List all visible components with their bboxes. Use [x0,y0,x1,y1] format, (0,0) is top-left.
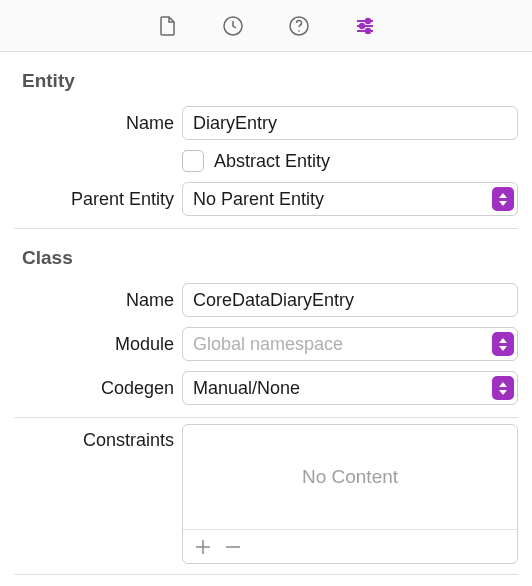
constraints-box: No Content [182,424,518,564]
codegen-label: Codegen [14,378,174,399]
inspector-panel: Entity Name Abstract Entity Parent Entit… [0,52,532,575]
svg-point-2 [298,30,300,32]
abstract-entity-label: Abstract Entity [214,151,330,172]
svg-point-7 [360,23,364,27]
chevron-up-down-icon [492,376,514,400]
parent-entity-label: Parent Entity [14,189,174,210]
parent-entity-select[interactable]: No Parent Entity [182,182,518,216]
add-constraint-button[interactable] [191,535,215,559]
entity-section-title: Entity [14,52,518,106]
inspector-toolbar [0,0,532,52]
class-section-title: Class [14,229,518,283]
divider [14,574,518,575]
remove-constraint-button[interactable] [221,535,245,559]
entity-name-label: Name [14,113,174,134]
constraints-empty-text: No Content [183,425,517,529]
module-select[interactable]: Global namespace [182,327,518,361]
module-label: Module [14,334,174,355]
abstract-entity-checkbox[interactable] [182,150,204,172]
svg-point-8 [366,28,370,32]
codegen-select[interactable]: Manual/None [182,371,518,405]
constraints-label: Constraints [14,424,174,564]
class-name-input[interactable] [182,283,518,317]
help-inspector-icon[interactable] [286,13,312,39]
chevron-up-down-icon [492,187,514,211]
svg-point-6 [366,18,370,22]
file-inspector-icon[interactable] [154,13,180,39]
constraints-footer [183,529,517,563]
divider [14,417,518,418]
history-inspector-icon[interactable] [220,13,246,39]
class-name-label: Name [14,290,174,311]
chevron-up-down-icon [492,332,514,356]
entity-name-input[interactable] [182,106,518,140]
attributes-inspector-icon[interactable] [352,13,378,39]
